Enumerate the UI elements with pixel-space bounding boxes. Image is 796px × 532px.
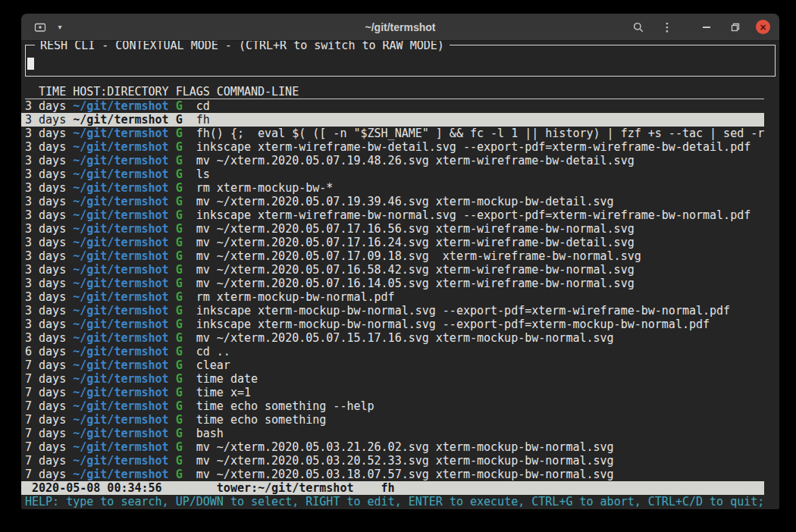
- history-directory: ~/git/termshot: [73, 154, 175, 167]
- history-directory: ~/git/termshot: [73, 99, 175, 113]
- history-row[interactable]: 3 days~/git/termshotGls: [25, 167, 776, 181]
- header-command-line: COMMAND-LINE: [217, 85, 299, 99]
- history-directory: ~/git/termshot: [73, 318, 175, 331]
- history-row[interactable]: 3 days~/git/termshotGfh() {; eval $( ([ …: [25, 127, 776, 140]
- history-time: 3 days: [25, 167, 73, 181]
- history-time: 3 days: [25, 222, 73, 236]
- history-directory: ~/git/termshot: [73, 345, 175, 358]
- history-row[interactable]: 3 days~/git/termshotGmv ~/xterm.2020.05.…: [25, 277, 776, 290]
- history-time: 3 days: [25, 249, 73, 263]
- history-directory: ~/git/termshot: [73, 413, 175, 427]
- history-row[interactable]: 3 days~/git/termshotGcd: [25, 99, 776, 113]
- history-time: 7 days: [25, 413, 73, 427]
- search-button[interactable]: [630, 18, 647, 36]
- history-command: ls: [196, 167, 210, 181]
- history-row[interactable]: 3 days~/git/termshotGmv ~/xterm.2020.05.…: [25, 249, 776, 263]
- history-row[interactable]: 3 days~/git/termshotGmv ~/xterm.2020.05.…: [25, 222, 776, 236]
- history-time: 7 days: [25, 427, 73, 440]
- history-time: 3 days: [25, 236, 73, 249]
- history-flags: G: [176, 154, 196, 167]
- window-controls: ×: [698, 18, 770, 36]
- header-flags: FLAGS: [176, 85, 217, 99]
- history-row[interactable]: 3 days~/git/termshotGmv ~/xterm.2020.05.…: [25, 195, 776, 208]
- history-flags: G: [176, 454, 196, 468]
- history-flags: G: [176, 358, 196, 372]
- titlebar-right-group: ⋮ ×: [630, 18, 770, 36]
- history-row[interactable]: 6 days~/git/termshotGcd ..: [25, 345, 776, 358]
- search-icon: [632, 21, 644, 33]
- history-command: time echo something --help: [196, 399, 374, 413]
- minimize-button[interactable]: [698, 18, 715, 36]
- history-flags: G: [176, 413, 196, 427]
- history-row[interactable]: 7 days~/git/termshotGtime echo something: [25, 413, 776, 427]
- history-flags: G: [176, 440, 196, 454]
- history-row[interactable]: 7 days~/git/termshotGtime echo something…: [25, 399, 776, 413]
- history-directory: ~/git/termshot: [73, 167, 175, 181]
- history-time: 3 days: [25, 127, 73, 140]
- history-directory: ~/git/termshot: [73, 427, 175, 440]
- history-row[interactable]: 7 days~/git/termshotGtime date: [25, 372, 776, 386]
- history-row[interactable]: 3 days~/git/termshotGmv ~/xterm.2020.05.…: [25, 263, 776, 277]
- tab-list-dropdown-button[interactable]: ▾: [55, 18, 65, 36]
- status-timestamp: 2020-05-08 00:34:56: [25, 481, 217, 495]
- history-row[interactable]: 7 days~/git/termshotGbash: [25, 427, 776, 440]
- history-directory: ~/git/termshot: [73, 236, 175, 249]
- header-time: TIME: [25, 85, 73, 99]
- history-command: mv ~/xterm.2020.05.07.16.58.42.svg xterm…: [196, 263, 635, 277]
- history-time: 7 days: [25, 399, 73, 413]
- close-button[interactable]: ×: [756, 20, 770, 34]
- history-row[interactable]: 7 days~/git/termshotGmv ~/xterm.2020.05.…: [25, 468, 776, 481]
- history-directory: ~/git/termshot: [73, 372, 175, 386]
- restore-button[interactable]: [727, 18, 744, 36]
- history-row[interactable]: 7 days~/git/termshotGmv ~/xterm.2020.05.…: [25, 440, 776, 454]
- history-flags: G: [176, 372, 196, 386]
- history-flags: G: [176, 140, 196, 154]
- history-time: 3 days: [25, 181, 73, 195]
- history-flags: G: [176, 167, 196, 181]
- history-directory: ~/git/termshot: [73, 277, 175, 290]
- help-line: HELP: type to search, UP/DOWN to select,…: [25, 495, 776, 509]
- status-command: fh: [381, 481, 395, 495]
- history-command: mv ~/xterm.2020.05.03.20.52.33.svg xterm…: [196, 454, 614, 468]
- history-flags: G: [176, 399, 196, 413]
- history-command: mv ~/xterm.2020.05.07.17.16.24.svg xterm…: [196, 236, 635, 249]
- history-command: fh() {; eval $( ([ -n "$ZSH_NAME" ] && f…: [196, 127, 765, 140]
- history-flags: G: [176, 181, 196, 195]
- history-row[interactable]: 3 days~/git/termshotGmv ~/xterm.2020.05.…: [25, 331, 776, 345]
- history-command: time x=1: [196, 386, 251, 399]
- history-row[interactable]: 3 days~/git/termshotGinkscape xterm-wire…: [25, 208, 776, 222]
- history-row[interactable]: 3 days~/git/termshotGinkscape xterm-mock…: [25, 304, 776, 318]
- history-row[interactable]: 3 days~/git/termshotGinkscape xterm-wire…: [25, 140, 776, 154]
- history-row[interactable]: 3 days~/git/termshotGmv ~/xterm.2020.05.…: [25, 236, 776, 249]
- history-time: 3 days: [25, 195, 73, 208]
- history-row[interactable]: 3 days~/git/termshotGmv ~/xterm.2020.05.…: [25, 154, 776, 167]
- new-tab-button[interactable]: [32, 18, 49, 36]
- history-row[interactable]: 7 days~/git/termshotGmv ~/xterm.2020.05.…: [25, 454, 776, 468]
- history-row[interactable]: 3 days~/git/termshotGfh: [21, 113, 764, 127]
- search-input[interactable]: RESH CLI - CONTEXTUAL MODE - (CTRL+R to …: [25, 45, 776, 77]
- history-directory: ~/git/termshot: [73, 181, 175, 195]
- history-command: mv ~/xterm.2020.05.03.18.07.57.svg xterm…: [196, 468, 614, 481]
- history-flags: G: [176, 290, 196, 304]
- history-flags: G: [176, 195, 196, 208]
- history-row[interactable]: 7 days~/git/termshotGtime x=1: [25, 386, 776, 399]
- history-command: rm xterm-mockup-bw-*: [196, 181, 334, 195]
- history-flags: G: [176, 304, 196, 318]
- history-time: 3 days: [25, 263, 73, 277]
- history-command: clear: [196, 358, 230, 372]
- menu-button[interactable]: ⋮: [659, 18, 675, 36]
- history-row[interactable]: 3 days~/git/termshotGrm xterm-mockup-bw-…: [25, 181, 776, 195]
- history-directory: ~/git/termshot: [73, 304, 175, 318]
- history-row[interactable]: 3 days~/git/termshotGinkscape xterm-mock…: [25, 318, 776, 331]
- history-row[interactable]: 7 days~/git/termshotGclear: [25, 358, 776, 372]
- history-flags: G: [176, 277, 196, 290]
- history-flags: G: [176, 468, 196, 481]
- history-command: inkscape xterm-mockup-bw-normal.svg --ex…: [196, 318, 710, 331]
- history-row[interactable]: 3 days~/git/termshotGrm xterm-mockup-bw-…: [25, 290, 776, 304]
- history-directory: ~/git/termshot: [73, 290, 175, 304]
- history-flags: G: [176, 345, 196, 358]
- history-command: inkscape xterm-mockup-bw-normal.svg --ex…: [196, 304, 730, 318]
- history-directory: ~/git/termshot: [73, 249, 175, 263]
- history-flags: G: [176, 127, 196, 140]
- resh-box-title: RESH CLI - CONTEXTUAL MODE - (CTRL+R to …: [35, 41, 450, 52]
